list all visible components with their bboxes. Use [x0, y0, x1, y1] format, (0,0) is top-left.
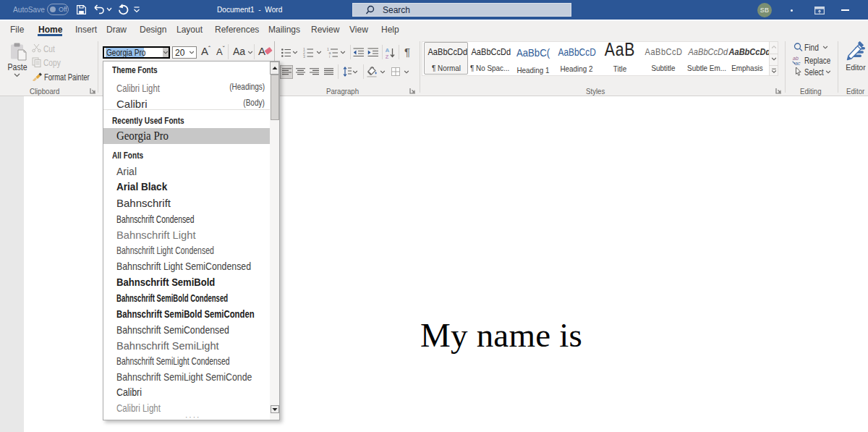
svg-text:Z: Z	[386, 54, 389, 59]
svg-text:ac: ac	[795, 61, 801, 66]
svg-text:3: 3	[303, 54, 305, 59]
svg-text:i: i	[329, 54, 330, 59]
